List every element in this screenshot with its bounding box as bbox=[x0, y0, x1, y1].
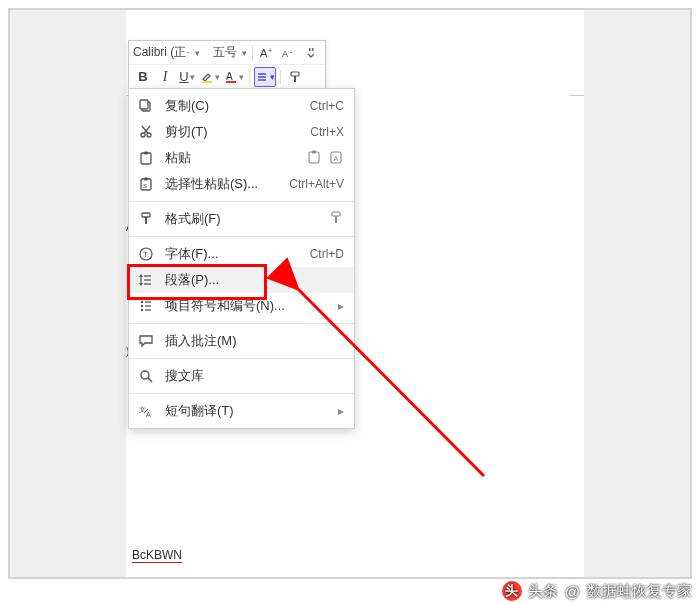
menu-item-label: 选择性粘贴(S)... bbox=[165, 175, 279, 193]
svg-rect-4 bbox=[309, 48, 311, 51]
font-size-selector[interactable]: 五号 ▾ bbox=[213, 44, 248, 61]
svg-point-40 bbox=[141, 309, 144, 312]
svg-line-45 bbox=[148, 378, 152, 382]
menu-item-label: 复制(C) bbox=[165, 97, 300, 115]
svg-rect-27 bbox=[144, 178, 148, 181]
copy-icon bbox=[137, 98, 155, 114]
decrease-font-button[interactable]: A- bbox=[279, 43, 299, 63]
menu-item-label: 格式刷(F) bbox=[165, 210, 318, 228]
chevron-down-icon: ▾ bbox=[190, 72, 195, 82]
svg-text:A: A bbox=[260, 47, 268, 59]
menu-separator bbox=[129, 201, 354, 202]
line-spacing-button[interactable]: ▾ bbox=[254, 67, 276, 87]
italic-button[interactable]: I bbox=[155, 67, 175, 87]
separator bbox=[249, 70, 250, 84]
menu-item-paste-sp[interactable]: S选择性粘贴(S)...Ctrl+Alt+V bbox=[129, 171, 354, 197]
menu-item-label: 项目符号和编号(N)... bbox=[165, 297, 328, 315]
menu-item-brush[interactable]: 格式刷(F) bbox=[129, 206, 354, 232]
svg-point-39 bbox=[141, 305, 144, 308]
search-icon bbox=[137, 368, 155, 384]
chevron-down-icon: ▾ bbox=[215, 72, 220, 82]
chevron-down-icon: ▾ bbox=[239, 72, 244, 82]
underline-button[interactable]: U▾ bbox=[177, 67, 197, 87]
chevron-down-icon: ▾ bbox=[242, 48, 247, 58]
svg-text:T: T bbox=[143, 250, 148, 259]
svg-point-44 bbox=[141, 371, 149, 379]
menu-item-trail: A bbox=[306, 149, 344, 168]
menu-item-label: 段落(P)... bbox=[165, 271, 344, 289]
menu-item-trail bbox=[328, 210, 344, 229]
svg-rect-23 bbox=[312, 150, 316, 153]
pasteB-icon[interactable]: A bbox=[328, 149, 344, 168]
mini-format-toolbar: Calibri (正· ▾ 五号 ▾ A+ A- B I U▾ ▾ bbox=[128, 40, 326, 89]
menu-item-translate[interactable]: 文A短句翻译(T)▸ bbox=[129, 398, 354, 424]
svg-rect-31 bbox=[332, 212, 340, 216]
menu-item-label: 剪切(T) bbox=[165, 123, 300, 141]
svg-rect-21 bbox=[144, 152, 148, 155]
more-options-button[interactable] bbox=[301, 43, 321, 63]
svg-point-38 bbox=[141, 301, 144, 304]
menu-item-comment[interactable]: 插入批注(M) bbox=[129, 328, 354, 354]
menu-item-bullets[interactable]: 项目符号和编号(N)...▸ bbox=[129, 293, 354, 319]
brush2-icon[interactable] bbox=[328, 210, 344, 229]
svg-rect-30 bbox=[145, 217, 147, 224]
menu-item-shortcut: Ctrl+D bbox=[310, 247, 344, 261]
cut-icon bbox=[137, 124, 155, 140]
menu-item-font[interactable]: T字体(F)...Ctrl+D bbox=[129, 241, 354, 267]
pasteA-icon[interactable] bbox=[306, 149, 322, 168]
font-icon: T bbox=[137, 246, 155, 262]
menu-item-search[interactable]: 搜文库 bbox=[129, 363, 354, 389]
svg-text:A: A bbox=[226, 71, 233, 82]
svg-text:A: A bbox=[282, 49, 288, 59]
svg-rect-22 bbox=[309, 152, 319, 163]
paste-sp-icon: S bbox=[137, 176, 155, 192]
at-symbol: @ bbox=[565, 583, 580, 600]
increase-font-button[interactable]: A+ bbox=[257, 43, 277, 63]
menu-item-shortcut: Ctrl+C bbox=[310, 99, 344, 113]
para-icon bbox=[137, 272, 155, 288]
svg-rect-8 bbox=[226, 81, 236, 83]
svg-rect-20 bbox=[141, 153, 151, 164]
brush-icon bbox=[137, 211, 155, 227]
svg-rect-12 bbox=[291, 72, 299, 76]
context-menu: 复制(C)Ctrl+C剪切(T)Ctrl+X粘贴AS选择性粘贴(S)...Ctr… bbox=[128, 88, 355, 429]
translate-icon: 文A bbox=[137, 403, 155, 419]
watermark: 头 头条 @ 数据蛙恢复专家 bbox=[502, 581, 692, 601]
svg-text:S: S bbox=[143, 183, 147, 189]
menu-separator bbox=[129, 236, 354, 237]
menu-item-label: 插入批注(M) bbox=[165, 332, 344, 350]
menu-separator bbox=[129, 358, 354, 359]
comment-icon bbox=[137, 333, 155, 349]
menu-item-label: 粘贴 bbox=[165, 149, 296, 167]
svg-rect-13 bbox=[294, 76, 296, 82]
menu-separator bbox=[129, 323, 354, 324]
menu-item-label: 短句翻译(T) bbox=[165, 402, 328, 420]
bold-button[interactable]: B bbox=[133, 67, 153, 87]
menu-item-cut[interactable]: 剪切(T)Ctrl+X bbox=[129, 119, 354, 145]
svg-rect-5 bbox=[312, 48, 314, 51]
menu-item-para[interactable]: 段落(P)... bbox=[129, 267, 354, 293]
menu-separator bbox=[129, 393, 354, 394]
menu-item-label: 字体(F)... bbox=[165, 245, 300, 263]
font-size-label: 五号 bbox=[213, 44, 237, 61]
svg-rect-32 bbox=[335, 216, 337, 223]
svg-rect-29 bbox=[142, 213, 150, 217]
svg-text:+: + bbox=[268, 47, 272, 54]
watermark-source: 头条 bbox=[528, 582, 558, 601]
chevron-right-icon: ▸ bbox=[338, 404, 344, 418]
watermark-badge-icon: 头 bbox=[502, 581, 522, 601]
format-painter-button[interactable] bbox=[285, 67, 305, 87]
menu-item-label: 搜文库 bbox=[165, 367, 344, 385]
font-name-selector[interactable]: Calibri (正· ▾ bbox=[133, 44, 211, 61]
svg-text:A: A bbox=[146, 411, 151, 418]
separator bbox=[280, 70, 281, 84]
highlight-color-button[interactable]: ▾ bbox=[199, 67, 221, 87]
font-color-button[interactable]: A▾ bbox=[223, 67, 245, 87]
svg-text:-: - bbox=[290, 48, 293, 55]
menu-item-paste[interactable]: 粘贴A bbox=[129, 145, 354, 171]
document-body-text[interactable]: BcKBWN bbox=[132, 548, 182, 563]
paste-icon bbox=[137, 150, 155, 166]
margin-guide-right bbox=[570, 95, 584, 96]
menu-item-copy[interactable]: 复制(C)Ctrl+C bbox=[129, 93, 354, 119]
chevron-down-icon: ▾ bbox=[270, 72, 275, 82]
